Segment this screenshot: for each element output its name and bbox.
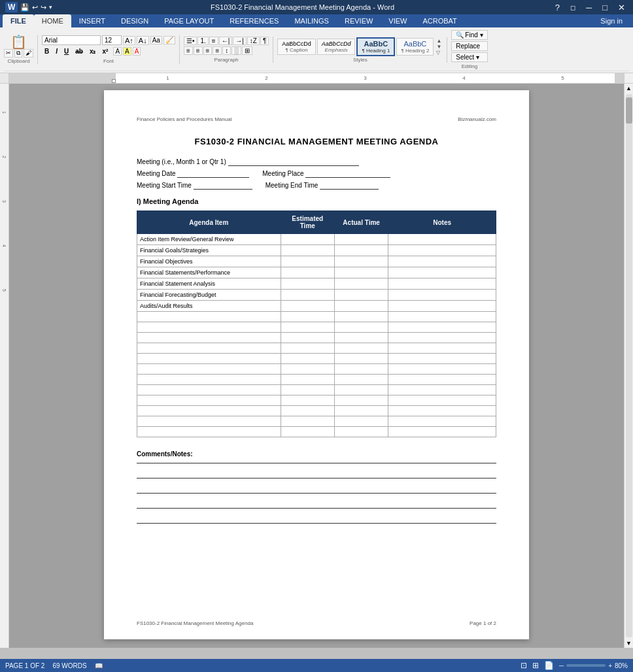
table-cell-2-1[interactable]	[281, 256, 334, 267]
copy-button[interactable]: ⧉	[14, 49, 22, 58]
table-cell-9-3[interactable]	[388, 333, 496, 343]
table-cell-0-1[interactable]	[281, 234, 334, 245]
style-heading2[interactable]: AaBbC ¶ Heading 2	[396, 38, 434, 56]
find-button[interactable]: 🔍 Find ▾	[451, 30, 487, 40]
tab-references[interactable]: REFERENCES	[222, 14, 286, 27]
multilevel-list-button[interactable]: ≡	[209, 37, 218, 45]
help-button[interactable]: ?	[553, 3, 562, 12]
table-cell-17-3[interactable]	[388, 416, 496, 427]
table-cell-1-3[interactable]	[388, 245, 496, 256]
table-cell-1-2[interactable]	[334, 245, 388, 256]
table-cell-3-3[interactable]	[388, 267, 496, 278]
style-heading1[interactable]: AaBbC ¶ Heading 1	[356, 37, 395, 56]
right-scrollbar[interactable]: ▲ ▼	[624, 84, 633, 648]
table-cell-6-3[interactable]	[388, 301, 496, 312]
tab-page-layout[interactable]: PAGE LAYOUT	[156, 14, 222, 27]
table-cell-4-0[interactable]: Financial Statement Analysis	[137, 278, 281, 290]
table-cell-6-1[interactable]	[281, 301, 334, 312]
table-cell-4-1[interactable]	[281, 278, 334, 290]
table-cell-3-0[interactable]: Financial Statements/Performance	[137, 267, 281, 278]
bullets-button[interactable]: ☰•	[184, 37, 197, 45]
table-cell-9-2[interactable]	[334, 333, 388, 343]
quick-access-save[interactable]: 💾	[20, 3, 29, 12]
table-cell-7-3[interactable]	[388, 312, 496, 322]
table-cell-18-1[interactable]	[281, 427, 334, 437]
tab-review[interactable]: REVIEW	[337, 14, 381, 27]
format-painter-button[interactable]: 🖌	[24, 49, 33, 58]
align-center-button[interactable]: ≡	[194, 46, 203, 55]
font-size-input[interactable]	[102, 35, 122, 45]
numbering-button[interactable]: 1.	[197, 37, 208, 45]
table-cell-16-1[interactable]	[281, 406, 334, 416]
table-cell-2-2[interactable]	[334, 256, 388, 267]
highlight-button[interactable]: A	[123, 47, 131, 56]
table-cell-0-2[interactable]	[334, 234, 388, 245]
table-cell-13-2[interactable]	[334, 375, 388, 385]
border-button[interactable]: ⊞	[242, 46, 252, 55]
table-cell-7-2[interactable]	[334, 312, 388, 322]
table-cell-1-0[interactable]: Financial Goals/Strategies	[137, 245, 281, 256]
table-cell-2-3[interactable]	[388, 256, 496, 267]
line-spacing-button[interactable]: ↕	[222, 46, 231, 55]
table-cell-9-1[interactable]	[281, 333, 334, 343]
tab-insert[interactable]: INSERT	[71, 14, 113, 27]
table-cell-11-3[interactable]	[388, 354, 496, 364]
table-cell-10-0[interactable]	[137, 343, 281, 354]
table-cell-16-0[interactable]	[137, 406, 281, 416]
table-cell-12-3[interactable]	[388, 364, 496, 375]
table-cell-10-3[interactable]	[388, 343, 496, 354]
table-cell-5-0[interactable]: Financial Forecasting/Budget	[137, 290, 281, 301]
table-cell-1-1[interactable]	[281, 245, 334, 256]
quick-access-redo[interactable]: ↪	[41, 3, 46, 12]
select-button[interactable]: Select ▾	[451, 52, 487, 62]
table-cell-2-0[interactable]: Financial Objectives	[137, 256, 281, 267]
table-cell-18-0[interactable]	[137, 427, 281, 437]
italic-button[interactable]: I	[53, 46, 60, 56]
table-cell-14-1[interactable]	[281, 385, 334, 395]
tab-mailings[interactable]: MAILINGS	[286, 14, 337, 27]
table-cell-8-2[interactable]	[334, 322, 388, 333]
table-cell-3-2[interactable]	[334, 267, 388, 278]
cut-button[interactable]: ✂	[4, 49, 13, 58]
meeting-end-value[interactable]	[320, 182, 379, 190]
table-cell-15-2[interactable]	[334, 395, 388, 406]
table-cell-9-0[interactable]	[137, 333, 281, 343]
table-cell-15-0[interactable]	[137, 395, 281, 406]
table-cell-15-1[interactable]	[281, 395, 334, 406]
table-cell-15-3[interactable]	[388, 395, 496, 406]
tab-home[interactable]: HOME	[34, 14, 71, 27]
table-cell-5-2[interactable]	[334, 290, 388, 301]
table-cell-11-1[interactable]	[281, 354, 334, 364]
quick-access-undo[interactable]: ↩	[32, 3, 38, 12]
tab-acrobat[interactable]: ACROBAT	[415, 14, 464, 27]
shrink-font-button[interactable]: A↓	[137, 36, 149, 45]
meeting-start-value[interactable]	[194, 182, 252, 190]
font-name-input[interactable]	[42, 35, 101, 45]
table-cell-13-3[interactable]	[388, 375, 496, 385]
table-cell-8-1[interactable]	[281, 322, 334, 333]
bold-button[interactable]: B	[42, 46, 52, 56]
decrease-indent-button[interactable]: ←|	[219, 37, 233, 45]
scroll-area[interactable]: Finance Policies and Procedures Manual B…	[9, 84, 624, 648]
table-cell-8-0[interactable]	[137, 322, 281, 333]
table-cell-17-1[interactable]	[281, 416, 334, 427]
table-cell-12-2[interactable]	[334, 364, 388, 375]
table-cell-11-2[interactable]	[334, 354, 388, 364]
table-cell-16-3[interactable]	[388, 406, 496, 416]
change-case-button[interactable]: Aa	[150, 36, 162, 44]
table-cell-14-3[interactable]	[388, 385, 496, 395]
table-cell-0-3[interactable]	[388, 234, 496, 245]
superscript-button[interactable]: x²	[99, 46, 111, 56]
table-cell-8-3[interactable]	[388, 322, 496, 333]
sort-button[interactable]: ↕Z	[247, 37, 260, 45]
table-cell-0-0[interactable]: Action Item Review/General Review	[137, 234, 281, 245]
table-cell-16-2[interactable]	[334, 406, 388, 416]
grow-font-button[interactable]: A↑	[123, 36, 135, 45]
table-cell-18-3[interactable]	[388, 427, 496, 437]
style-emphasis[interactable]: AaBbCcDd Emphasis	[317, 39, 356, 55]
replace-button[interactable]: Replace	[451, 41, 487, 51]
table-cell-7-1[interactable]	[281, 312, 334, 322]
table-cell-10-1[interactable]	[281, 343, 334, 354]
table-cell-17-2[interactable]	[334, 416, 388, 427]
restore-button[interactable]: ◻	[568, 4, 578, 11]
